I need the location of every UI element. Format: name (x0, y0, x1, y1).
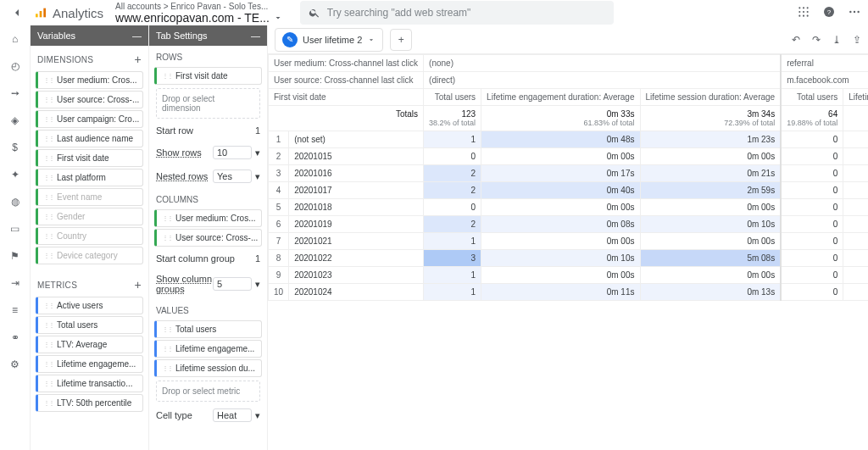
col-group-medium: (none) (424, 55, 782, 72)
row-dim-date: First visit date (269, 89, 424, 106)
data-cell: 0m 00s (640, 233, 781, 250)
dimension-chip[interactable]: ⋮⋮First visit date (36, 149, 143, 167)
metric-chip[interactable]: ⋮⋮Active users (36, 297, 143, 314)
metric-chip[interactable]: ⋮⋮Lifetime transactio... (36, 375, 143, 392)
nav-acquisition[interactable]: ➙ (7, 85, 24, 102)
help-icon[interactable]: ? (822, 5, 836, 21)
grip-icon: ⋮⋮ (43, 399, 53, 407)
variables-title: Variables (37, 31, 75, 41)
data-cell: 0 (781, 216, 843, 233)
svg-point-3 (798, 7, 800, 8)
grip-icon: ⋮⋮ (43, 174, 53, 181)
row-index: 10 (269, 284, 289, 301)
cell-type-select[interactable]: Heat (213, 408, 252, 422)
more-icon[interactable] (848, 5, 861, 21)
dimension-chip[interactable]: ⋮⋮User source: Cross-... (36, 91, 143, 108)
nav-explore[interactable]: ⚭ (7, 329, 24, 346)
row-date: (not set) (289, 131, 424, 148)
edit-icon: ✎ (282, 32, 298, 47)
table-row: 72020102110m 00s0m 00s00m 00s0m 00s10m 4… (269, 233, 869, 250)
add-metric-button[interactable]: + (135, 278, 142, 292)
grip-icon: ⋮⋮ (43, 341, 53, 348)
start-col-group-label: Start column group (156, 253, 235, 264)
nav-tech[interactable]: ▭ (7, 220, 24, 237)
tab-user-lifetime[interactable]: ✎ User lifetime 2 (275, 28, 383, 52)
dimension-chip[interactable]: ⋮⋮Country (36, 227, 143, 245)
nav-events[interactable]: ⚑ (7, 247, 24, 264)
share-button[interactable]: ⇪ (853, 34, 861, 46)
metric-header: Total users (781, 89, 843, 106)
dimension-chip[interactable]: ⋮⋮Device category (36, 247, 143, 264)
grip-icon: ⋮⋮ (162, 345, 172, 353)
grip-icon: ⋮⋮ (162, 214, 172, 222)
applied-chip[interactable]: ⋮⋮Total users (154, 320, 262, 338)
row-date: 20201022 (289, 250, 424, 267)
grip-icon: ⋮⋮ (43, 380, 53, 387)
svg-text:?: ? (827, 8, 832, 15)
dimension-chip[interactable]: ⋮⋮User medium: Cros... (36, 71, 143, 89)
grip-icon: ⋮⋮ (43, 193, 53, 201)
metric-chip[interactable]: ⋮⋮Lifetime engageme... (36, 355, 143, 373)
data-cell: 0m 11s (481, 284, 640, 301)
row-date: 20201016 (289, 165, 424, 182)
metric-chip[interactable]: ⋮⋮Total users (36, 316, 143, 334)
drop-metric-zone[interactable]: Drop or select metric (156, 381, 260, 402)
apps-icon[interactable] (797, 5, 810, 21)
download-button[interactable]: ⤓ (832, 34, 841, 46)
data-cell: 2m 59s (640, 182, 781, 199)
metric-chip[interactable]: ⋮⋮LTV: 50th percentile (36, 394, 143, 412)
applied-chip[interactable]: ⋮⋮User medium: Cros... (154, 209, 262, 227)
show-rows-label: Show rows (156, 147, 202, 158)
drop-dimension-zone[interactable]: Drop or select dimension (156, 88, 260, 119)
metrics-title: METRICS (37, 281, 77, 290)
back-button[interactable] (7, 3, 27, 23)
totals-label: Totals (269, 106, 424, 131)
applied-chip[interactable]: ⋮⋮Lifetime session du... (154, 359, 262, 377)
col-group-source: (direct) (424, 72, 782, 89)
nav-conversions[interactable]: ⇥ (7, 275, 24, 292)
redo-button[interactable]: ↷ (812, 34, 821, 46)
search-input[interactable]: Try searching "add web stream" (300, 1, 614, 25)
dimension-chip[interactable]: ⋮⋮Last audience name (36, 130, 143, 147)
nav-retention[interactable]: ✦ (7, 166, 24, 183)
show-rows-select[interactable]: 10 (213, 146, 252, 159)
nav-monetization[interactable]: $ (7, 139, 24, 156)
dimension-chip[interactable]: ⋮⋮Gender (36, 208, 143, 225)
data-cell: 3 (424, 250, 481, 267)
nested-rows-select[interactable]: Yes (213, 169, 252, 183)
nav-engagement[interactable]: ◈ (7, 112, 24, 129)
dimension-chip[interactable]: ⋮⋮Event name (36, 188, 143, 206)
grip-icon: ⋮⋮ (162, 72, 172, 80)
collapse-icon[interactable]: — (251, 31, 260, 41)
data-cell: 1 (424, 233, 481, 250)
dimension-chip[interactable]: ⋮⋮Last platform (36, 169, 143, 186)
add-dimension-button[interactable]: + (135, 53, 142, 66)
nav-realtime[interactable]: ◴ (7, 58, 24, 75)
data-cell: 0m 10s (481, 250, 640, 267)
svg-rect-1 (40, 11, 42, 17)
data-cell: 1m 23s (640, 131, 781, 148)
undo-button[interactable]: ↶ (792, 34, 800, 46)
metric-chip[interactable]: ⋮⋮LTV: Average (36, 336, 143, 353)
applied-chip[interactable]: ⋮⋮Lifetime engageme... (154, 340, 262, 358)
svg-point-11 (807, 14, 809, 16)
collapse-icon[interactable]: — (132, 31, 142, 41)
nav-admin[interactable]: ⚙ (7, 356, 24, 373)
grip-icon: ⋮⋮ (43, 154, 53, 162)
applied-chip[interactable]: ⋮⋮First visit date (154, 67, 262, 85)
svg-point-16 (857, 10, 859, 12)
breadcrumb[interactable]: All accounts > Enrico Pavan - Solo Tes..… (115, 2, 283, 25)
nav-demographics[interactable]: ◍ (7, 193, 24, 210)
totals-cell: 0m 40s75.74% of total (843, 106, 868, 131)
start-col-group-value[interactable]: 1 (255, 253, 260, 264)
start-row-value[interactable]: 1 (255, 125, 260, 136)
nav-rail: ⌂ ◴ ➙ ◈ $ ✦ ◍ ▭ ⚑ ⇥ ≡ ⚭ ⚙ (0, 25, 31, 450)
dimension-chip[interactable]: ⋮⋮User campaign: Cro... (36, 110, 143, 128)
nav-analysis[interactable]: ≡ (7, 302, 24, 319)
show-col-groups-select[interactable]: 5 (213, 277, 252, 291)
nav-home[interactable]: ⌂ (7, 31, 24, 47)
add-tab-button[interactable]: + (390, 29, 412, 51)
col-group-medium: referral (781, 55, 868, 72)
applied-chip[interactable]: ⋮⋮User source: Cross-... (154, 229, 262, 247)
totals-cell: 0m 33s61.83% of total (481, 106, 640, 131)
